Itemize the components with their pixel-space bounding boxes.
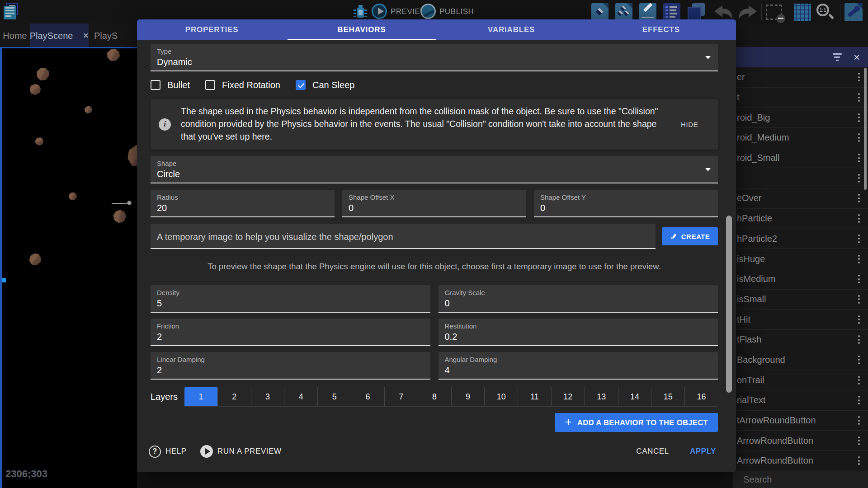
run-preview-button[interactable]: RUN A PREVIEW xyxy=(200,445,282,458)
fixed-rotation-checkbox[interactable]: Fixed Rotation xyxy=(205,80,280,90)
list-item[interactable]: Background xyxy=(733,350,868,371)
help-button[interactable]: ? HELP xyxy=(149,446,187,458)
layer-button-12[interactable]: 12 xyxy=(551,387,585,406)
publish-icon[interactable] xyxy=(420,4,436,19)
zoom-1-1-icon[interactable]: 1:1 xyxy=(816,4,835,22)
friction-field[interactable]: Friction 2 xyxy=(151,319,430,346)
layer-button-3[interactable]: 3 xyxy=(251,387,284,406)
hide-button[interactable]: HIDE xyxy=(679,118,700,131)
list-item[interactable]: isHuge xyxy=(733,249,868,269)
radius-field[interactable]: Radius 20 xyxy=(151,190,335,217)
layer-button-2[interactable]: 2 xyxy=(217,387,251,406)
tab-effects[interactable]: EFFECTS xyxy=(586,19,736,40)
layer-button-9[interactable]: 9 xyxy=(451,387,485,406)
add-behavior-button[interactable]: + ADD A BEHAVIOR TO THE OBJECT xyxy=(555,413,718,432)
list-item[interactable]: hParticle xyxy=(733,209,868,229)
item-menu-icon[interactable] xyxy=(856,414,862,427)
cancel-button[interactable]: CANCEL xyxy=(632,443,674,460)
layer-button-15[interactable]: 15 xyxy=(651,387,684,406)
list-item[interactable]: onTrail xyxy=(733,370,868,390)
scene-canvas[interactable]: 2306;303 xyxy=(0,47,137,488)
add-object-icon[interactable] xyxy=(591,3,609,20)
density-field[interactable]: Density 5 xyxy=(151,285,430,313)
list-item[interactable]: tArrowRoundButton xyxy=(733,411,868,431)
tab-home[interactable]: Home xyxy=(0,23,30,48)
layer-button-14[interactable]: 14 xyxy=(618,387,651,406)
layer-button-5[interactable]: 5 xyxy=(317,387,351,406)
temp-image-field[interactable]: A temporary image to help you visualize … xyxy=(151,224,656,249)
redo-icon[interactable] xyxy=(737,5,758,20)
debug-icon[interactable] xyxy=(354,4,367,19)
search-input[interactable] xyxy=(742,474,864,485)
bullet-checkbox[interactable]: Bullet xyxy=(151,80,190,90)
tab-behaviors[interactable]: BEHAVIORS xyxy=(287,19,436,40)
item-menu-icon[interactable] xyxy=(856,374,862,386)
list-item[interactable]: ArrowRoundButton xyxy=(733,431,868,451)
list-item[interactable]: t xyxy=(733,88,868,108)
tab-properties[interactable]: PROPERTIES xyxy=(137,19,287,40)
layer-button-6[interactable]: 6 xyxy=(351,387,384,406)
item-menu-icon[interactable] xyxy=(856,212,862,225)
panel-scrollbar[interactable] xyxy=(864,68,867,190)
layer-button-7[interactable]: 7 xyxy=(384,387,418,406)
list-item[interactable]: rialText xyxy=(733,390,868,411)
item-menu-icon[interactable] xyxy=(856,152,862,164)
item-menu-icon[interactable] xyxy=(856,333,862,346)
item-menu-icon[interactable] xyxy=(856,314,862,326)
tab-variables[interactable]: VARIABLES xyxy=(437,19,586,40)
list-item[interactable] xyxy=(733,168,868,188)
list-item[interactable]: eOver xyxy=(733,188,868,209)
create-button[interactable]: CREATE xyxy=(662,227,718,245)
list-item[interactable]: tFlash xyxy=(733,330,868,350)
list-item[interactable]: roid_Small xyxy=(733,148,868,169)
item-menu-icon[interactable] xyxy=(856,71,862,83)
item-menu-icon[interactable] xyxy=(856,172,862,184)
project-manager-icon[interactable] xyxy=(0,0,23,23)
grid-icon[interactable] xyxy=(794,4,811,21)
layer-button-1[interactable]: 1 xyxy=(184,387,217,406)
list-item[interactable]: isMedium xyxy=(733,269,868,290)
undo-icon[interactable] xyxy=(713,5,734,20)
tab-playscene[interactable]: PlayScene × xyxy=(30,23,89,48)
layers-icon[interactable] xyxy=(688,3,705,20)
list-item[interactable]: roid_Big xyxy=(733,108,868,128)
tab-playscene-2[interactable]: PlayS xyxy=(89,23,125,48)
layer-button-10[interactable]: 10 xyxy=(484,387,518,406)
shape-select[interactable]: Shape Circle xyxy=(151,156,718,183)
layer-button-11[interactable]: 11 xyxy=(518,387,551,406)
dialog-scrollbar[interactable] xyxy=(726,216,732,393)
item-menu-icon[interactable] xyxy=(856,233,862,245)
item-menu-icon[interactable] xyxy=(856,192,862,204)
project-settings-icon[interactable] xyxy=(844,3,863,21)
item-menu-icon[interactable] xyxy=(856,131,862,144)
list-item[interactable]: tHit xyxy=(733,310,868,330)
edit-scene-icon[interactable] xyxy=(639,3,656,20)
shape-offset-y-field[interactable]: Shape Offset Y 0 xyxy=(534,190,718,217)
clear-selection-icon[interactable] xyxy=(766,5,782,20)
joint-handle[interactable] xyxy=(127,201,132,205)
apply-button[interactable]: APPLY xyxy=(688,443,718,460)
layer-button-16[interactable]: 16 xyxy=(684,387,718,406)
layer-button-8[interactable]: 8 xyxy=(418,387,451,406)
object-groups-icon[interactable] xyxy=(615,3,632,20)
item-menu-icon[interactable] xyxy=(856,253,862,265)
close-panel-icon[interactable]: × xyxy=(854,52,860,63)
gravity-scale-field[interactable]: Gravity Scale 0 xyxy=(439,285,718,313)
angular-damping-field[interactable]: Angular Damping 4 xyxy=(439,352,718,380)
layer-button-13[interactable]: 13 xyxy=(585,387,618,406)
preview-icon[interactable] xyxy=(372,4,387,19)
layer-button-4[interactable]: 4 xyxy=(284,387,317,406)
item-menu-icon[interactable] xyxy=(856,435,862,447)
restitution-field[interactable]: Restitution 0.2 xyxy=(439,319,718,346)
events-sheet-icon[interactable] xyxy=(663,3,680,20)
filter-icon[interactable] xyxy=(833,53,842,61)
list-item[interactable]: hParticle2 xyxy=(733,229,868,249)
shape-offset-x-field[interactable]: Shape Offset X 0 xyxy=(342,190,526,217)
item-menu-icon[interactable] xyxy=(856,394,862,406)
item-menu-icon[interactable] xyxy=(856,293,862,305)
list-item[interactable]: roid_Medium xyxy=(733,128,868,148)
type-select[interactable]: Type Dynamic xyxy=(151,44,718,71)
close-tab-icon[interactable]: × xyxy=(83,31,89,41)
list-item[interactable]: er xyxy=(733,67,868,88)
item-menu-icon[interactable] xyxy=(856,455,862,467)
